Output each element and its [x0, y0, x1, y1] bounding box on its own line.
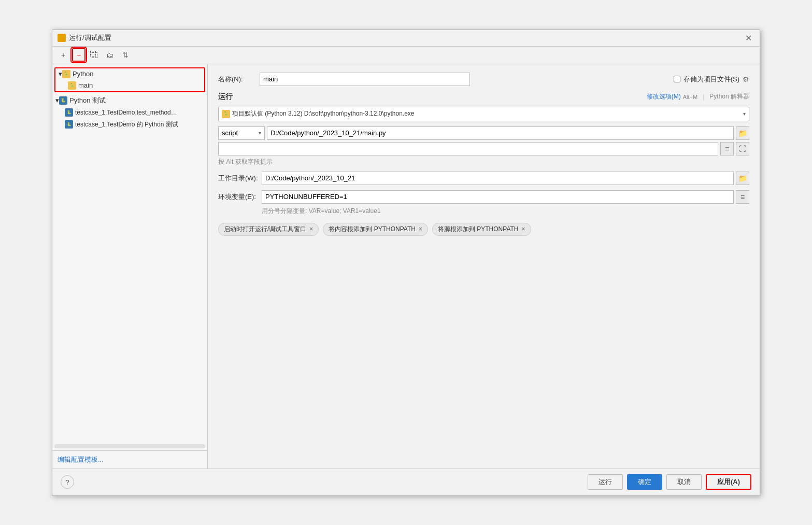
- pycharm-icon: [58, 34, 66, 42]
- tree-item-test2[interactable]: 🐍 testcase_1.TestDemo 的 Python 测试: [52, 119, 207, 131]
- content-area: ▾ 🐍 Python 🐍 main: [52, 64, 760, 469]
- tag-run-window: 启动时打开运行/调试工具窗口 ×: [218, 223, 319, 236]
- script-type-select[interactable]: script ▾: [218, 126, 265, 140]
- python-group-icon: 🐍: [62, 70, 70, 78]
- dialog-title: 运行/调试配置: [69, 33, 111, 42]
- run-debug-config-dialog: 运行/调试配置 ✕ + − ⿻ 🗂 ⇅ ▾ 🐍 Python: [52, 30, 760, 496]
- tree-item-test1[interactable]: 🐍 testcase_1.TestDemo.test_method1 的 Pyt…: [52, 107, 207, 119]
- tag-source-root-label: 将源根添加到 PYTHONPATH: [438, 225, 519, 234]
- tag-source-root: 将源根添加到 PYTHONPATH ×: [432, 223, 531, 236]
- tags-row: 启动时打开运行/调试工具窗口 × 将内容根添加到 PYTHONPATH × 将源…: [218, 223, 749, 236]
- shortcut-hint: Alt+M: [683, 94, 697, 100]
- name-row: 名称(N): 存储为项目文件(S) ⚙: [218, 73, 749, 86]
- edit-template-link[interactable]: 编辑配置模板...: [58, 456, 104, 463]
- ok-button[interactable]: 确定: [627, 474, 662, 490]
- interpreter-row: 🐍 项目默认值 (Python 3.12) D:\soft\python\pyt…: [218, 107, 749, 121]
- python-group-label: Python: [73, 70, 93, 78]
- left-panel-bottom: 编辑配置模板...: [52, 450, 207, 469]
- python-group-arrow: ▾: [59, 70, 62, 78]
- workdir-label: 工作目录(W):: [218, 174, 260, 183]
- interpreter-label: Python 解释器: [709, 92, 749, 101]
- params-icon-btn2[interactable]: ⛶: [736, 142, 749, 155]
- apply-button[interactable]: 应用(A): [706, 474, 751, 490]
- save-to-file-label: 存储为项目文件(S): [683, 75, 739, 84]
- tree-item-main[interactable]: 🐍 main: [55, 80, 204, 91]
- workdir-row: 工作目录(W): 📁: [218, 172, 749, 185]
- test2-icon: 🐍: [65, 120, 73, 129]
- name-input[interactable]: [260, 73, 470, 86]
- test2-label: testcase_1.TestDemo 的 Python 测试: [75, 120, 178, 129]
- sort-button[interactable]: ⇅: [119, 48, 132, 62]
- python-group-outline: ▾ 🐍 Python 🐍 main: [54, 67, 205, 92]
- tag-run-window-label: 启动时打开运行/调试工具窗口: [224, 225, 306, 234]
- test-group-label: Python 测试: [69, 96, 106, 105]
- section-links: 修改选项(M) Alt+M | Python 解释器: [647, 92, 749, 101]
- env-row: 环境变量(E): ≡: [218, 190, 749, 204]
- toolbar: + − ⿻ 🗂 ⇅: [52, 47, 760, 64]
- env-input[interactable]: [262, 190, 734, 204]
- bottom-bar: ? 运行 确定 取消 应用(A): [52, 469, 760, 495]
- name-label: 名称(N):: [218, 75, 260, 84]
- script-type-arrow: ▾: [259, 130, 261, 136]
- cancel-button[interactable]: 取消: [666, 474, 702, 490]
- tree-item-python-group[interactable]: ▾ 🐍 Python: [55, 68, 204, 80]
- script-path-input[interactable]: [267, 126, 734, 140]
- script-row: script ▾ 📁: [218, 126, 749, 140]
- hint-text: 按 Alt 获取字段提示: [218, 158, 749, 166]
- env-label: 环境变量(E):: [218, 192, 260, 202]
- tag-source-root-close[interactable]: ×: [522, 225, 525, 233]
- run-section-title: 运行: [218, 92, 233, 102]
- modify-options-link[interactable]: 修改选项(M): [647, 92, 681, 101]
- bottom-right: 运行 确定 取消 应用(A): [588, 474, 751, 490]
- save-to-file-row: 存储为项目文件(S) ⚙: [674, 75, 749, 84]
- tree-area: ▾ 🐍 Python 🐍 main: [52, 64, 207, 442]
- interpreter-icon: 🐍: [222, 110, 230, 118]
- folder-button[interactable]: 🗂: [103, 48, 117, 62]
- main-label: main: [78, 81, 93, 89]
- tree-item-test-group[interactable]: ▾ 🐍 Python 测试: [52, 94, 207, 107]
- help-button[interactable]: ?: [61, 475, 74, 489]
- test1-label: testcase_1.TestDemo.test_method1 的 Pytho…: [75, 108, 179, 117]
- env-hint: 用分号分隔变量: VAR=value; VAR1=value1: [218, 207, 749, 216]
- script-type-value: script: [222, 129, 238, 137]
- right-panel: 名称(N): 存储为项目文件(S) ⚙ 运行 修改选项(M) Alt+M | P…: [208, 64, 760, 469]
- save-to-file-checkbox[interactable]: [674, 76, 680, 82]
- add-button[interactable]: +: [56, 48, 70, 62]
- test-group-icon: 🐍: [59, 96, 67, 105]
- remove-button[interactable]: −: [72, 48, 86, 62]
- close-button[interactable]: ✕: [742, 32, 754, 44]
- interpreter-select[interactable]: 🐍 项目默认值 (Python 3.12) D:\soft\python\pyt…: [218, 107, 749, 121]
- params-input[interactable]: [218, 142, 718, 155]
- interpreter-dropdown-arrow: ▾: [743, 111, 746, 117]
- copy-button[interactable]: ⿻: [88, 48, 101, 62]
- test1-icon: 🐍: [65, 108, 73, 117]
- workdir-browse-button[interactable]: 📁: [736, 172, 749, 185]
- run-button[interactable]: 运行: [588, 474, 623, 490]
- tag-content-root-label: 将内容根添加到 PYTHONPATH: [329, 225, 416, 234]
- bottom-left: ?: [61, 475, 74, 489]
- test-group-arrow: ▾: [55, 96, 59, 104]
- left-panel: ▾ 🐍 Python 🐍 main: [52, 64, 208, 469]
- tag-content-root-close[interactable]: ×: [419, 225, 422, 233]
- tag-run-window-close[interactable]: ×: [309, 225, 313, 233]
- title-bar: 运行/调试配置 ✕: [52, 30, 760, 47]
- script-browse-button[interactable]: 📁: [736, 126, 749, 140]
- params-icon-btn1[interactable]: ≡: [720, 142, 734, 155]
- workdir-input[interactable]: [262, 172, 734, 185]
- left-panel-scrollbar[interactable]: [54, 444, 205, 448]
- tag-content-root: 将内容根添加到 PYTHONPATH ×: [323, 223, 428, 236]
- env-edit-button[interactable]: ≡: [736, 190, 749, 204]
- main-icon: 🐍: [68, 81, 76, 90]
- params-row: ≡ ⛶: [218, 142, 749, 155]
- run-section-header: 运行 修改选项(M) Alt+M | Python 解释器: [218, 92, 749, 102]
- save-settings-icon[interactable]: ⚙: [743, 75, 749, 83]
- interpreter-value: 项目默认值 (Python 3.12) D:\soft\python\pytho…: [232, 109, 743, 118]
- title-bar-left: 运行/调试配置: [58, 33, 111, 42]
